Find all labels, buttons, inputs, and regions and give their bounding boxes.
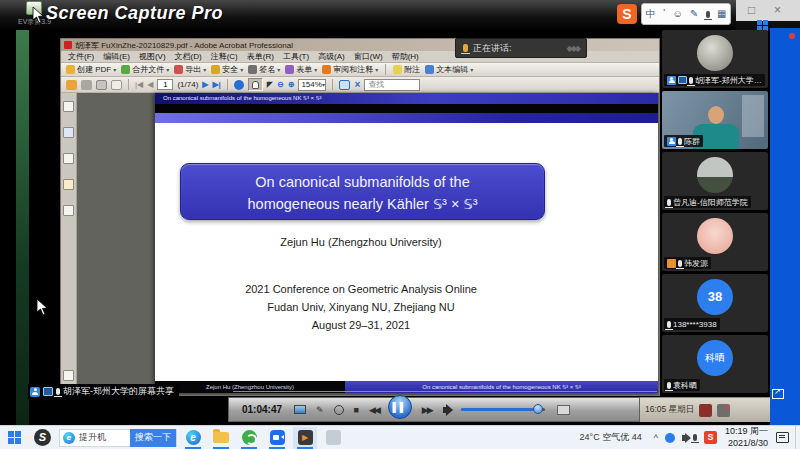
volume-slider[interactable] (461, 408, 545, 411)
page-number-input[interactable] (157, 79, 173, 90)
fast-forward-button[interactable]: ▶▶ (422, 405, 432, 415)
hand-tool-button[interactable] (248, 78, 263, 91)
participant-tile-hanfayuan[interactable]: 韩发源 (662, 213, 768, 271)
participant-tile-yuankeshai[interactable]: 科晒 袁科晒 (662, 335, 768, 393)
sogou-ime-logo-icon[interactable]: S (617, 4, 637, 24)
playlist-icon[interactable] (557, 405, 570, 415)
taskbar-clock[interactable]: 10:19 周一 2021/8/30 (725, 426, 768, 449)
tray-expand-icon[interactable]: ^ (654, 433, 658, 443)
mic-tray-icon[interactable] (693, 434, 697, 441)
menu-file[interactable]: 文件(F) (68, 51, 94, 62)
text-edits-button[interactable]: 文本编辑▾ (425, 64, 473, 75)
email-icon[interactable] (111, 80, 122, 90)
participant-tile-phone[interactable]: 38 138****3938 (662, 274, 768, 332)
open-folder-icon[interactable] (66, 80, 77, 90)
sogou-tray-icon[interactable]: S (704, 431, 717, 444)
menu-edit[interactable]: 编辑(E) (103, 51, 130, 62)
taskbar-edge-icon[interactable]: e (181, 427, 205, 449)
secure-button[interactable]: 安全▾ (211, 64, 243, 75)
zoom-level-select[interactable]: 154%▾ (298, 79, 326, 91)
create-pdf-button[interactable]: 创建 PDF▾ (66, 64, 116, 75)
participant-tile-huzejun[interactable]: 胡泽军-郑州大学的屏... (662, 30, 768, 88)
weather-widget[interactable]: 24°C 空气优 44 (580, 431, 642, 444)
first-page-button[interactable]: |◀ (135, 80, 143, 89)
menu-document[interactable]: 文档(D) (175, 51, 202, 62)
fit-width-icon[interactable] (339, 80, 350, 90)
playback-time: 01:04:47 (242, 404, 282, 415)
taskbar-search-box[interactable]: e 搜索一下 (59, 429, 177, 447)
sogou-taskbar-icon[interactable]: S (34, 429, 51, 446)
slide-conference-line2: Fudan Univ, Xinyang NU, Zhejiang NU (155, 301, 567, 313)
taskbar-meeting-icon[interactable] (265, 427, 289, 449)
speaker-icon[interactable] (443, 407, 447, 413)
windows-taskbar: S e 搜索一下 e ▶ 24°C 空气优 44 ^ S 10:19 周一 20… (0, 425, 800, 449)
volume-knob[interactable] (533, 404, 543, 414)
taskbar-explorer-icon[interactable] (209, 427, 233, 449)
close-button[interactable]: × (774, 3, 781, 17)
forms-button[interactable]: 表单▾ (285, 64, 317, 75)
ime-pen-icon[interactable]: ✎ (690, 4, 698, 24)
zoom-out-button[interactable]: ⊖ (277, 80, 284, 89)
taskbar-player-icon[interactable]: ▶ (293, 427, 317, 449)
signatures-panel-icon[interactable] (63, 153, 74, 164)
snapshot-icon[interactable] (294, 405, 306, 414)
pages-panel-icon[interactable] (63, 101, 74, 112)
next-page-button[interactable]: ▶ (202, 80, 208, 89)
slide-title-box: On canonical submanifolds of the homogen… (180, 163, 545, 220)
save-icon[interactable] (96, 80, 107, 90)
menu-advanced[interactable]: 高级(A) (318, 51, 345, 62)
menu-tools[interactable]: 工具(T) (283, 51, 309, 62)
stop-button[interactable]: ■ (354, 405, 359, 415)
slide-header-black-band (155, 104, 658, 113)
review-comment-button[interactable]: 审阅和注释▾ (322, 64, 378, 75)
combine-files-button[interactable]: 合并文件▾ (121, 64, 169, 75)
sticky-note-button[interactable]: 附注 (393, 64, 420, 75)
fullscreen-icon[interactable]: × (354, 79, 360, 90)
taskbar-pinned-icon[interactable] (321, 427, 345, 449)
menu-help[interactable]: 帮助(H) (392, 51, 419, 62)
ime-mode-icon[interactable]: 中 (646, 4, 656, 24)
layers-panel-icon[interactable] (63, 179, 74, 190)
pause-button[interactable]: ▌▌ (388, 395, 412, 419)
show-desktop-button[interactable] (795, 426, 800, 449)
ime-punctuation-icon[interactable]: ’ (663, 4, 665, 24)
participant-tile-chenqun[interactable]: 陈群 (662, 91, 768, 149)
comments-panel-icon[interactable] (63, 370, 74, 381)
popout-icon[interactable] (772, 389, 784, 399)
menu-window[interactable]: 窗口(W) (354, 51, 383, 62)
bookmarks-panel-icon[interactable] (63, 127, 74, 138)
start-button[interactable] (8, 431, 22, 445)
zoom-in-button[interactable]: ⊕ (288, 80, 295, 89)
select-tool-button[interactable]: ◤ (267, 80, 273, 89)
ime-mic-icon[interactable] (706, 11, 710, 18)
volume-tray-icon[interactable] (682, 435, 686, 441)
participant-tile-zengfandi[interactable]: 曾凡迪-信阳师范学院 (662, 152, 768, 210)
attachments-panel-icon[interactable] (63, 205, 74, 216)
sign-button[interactable]: 签名▾ (248, 64, 280, 75)
search-button[interactable]: 搜索一下 (130, 429, 176, 447)
rewind-button[interactable]: ◀◀ (369, 405, 379, 415)
capture-icon[interactable]: ✎ (316, 405, 324, 415)
clock-date: 2021/8/30 (725, 438, 768, 449)
meeting-logo-icon: ◆◆◆ (567, 44, 579, 53)
find-input[interactable] (364, 79, 420, 91)
search-input[interactable] (75, 433, 130, 443)
menu-forms[interactable]: 表单(R) (247, 51, 274, 62)
menu-view[interactable]: 视图(V) (139, 51, 166, 62)
previous-view-icon[interactable] (234, 80, 244, 90)
tray-app-icon[interactable] (665, 433, 675, 443)
ime-emoji-icon[interactable]: ☺ (672, 4, 682, 24)
action-center-icon[interactable] (776, 432, 789, 443)
last-page-button[interactable]: ▶| (212, 80, 220, 89)
ime-keyboard-icon[interactable]: ▦ (717, 4, 726, 24)
print-icon[interactable] (81, 80, 92, 90)
participant-label: 138****3938 (664, 318, 720, 330)
menu-comments[interactable]: 注释(C) (211, 51, 238, 62)
slide-conference-line1: 2021 Conference on Geometric Analysis On… (155, 283, 567, 295)
prev-page-button[interactable]: ◀ (147, 80, 153, 89)
repeat-icon[interactable] (334, 405, 344, 415)
export-button[interactable]: 导出▾ (174, 64, 206, 75)
participants-sidebar: 胡泽军-郑州大学的屏... 陈群 曾凡迪-信阳师范学院 (662, 30, 768, 398)
maximize-button[interactable]: □ (748, 3, 755, 17)
taskbar-browser-icon[interactable] (237, 427, 261, 449)
